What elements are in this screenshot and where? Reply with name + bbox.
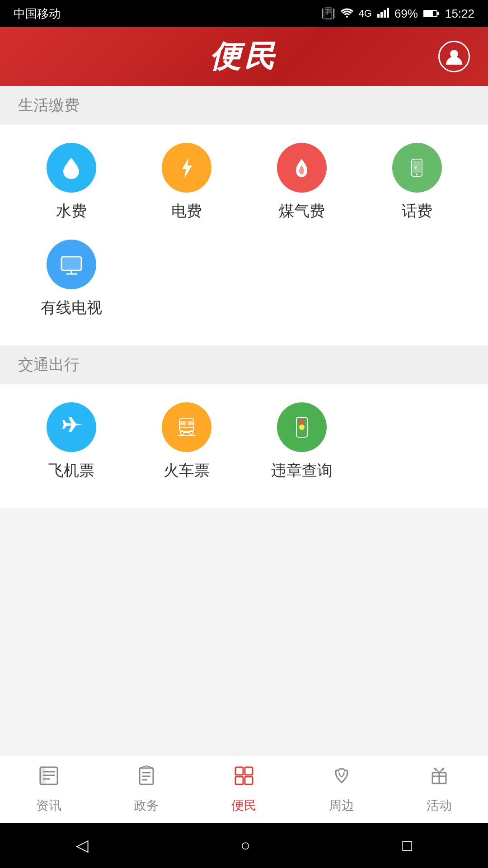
back-button[interactable]: ◁ bbox=[76, 836, 89, 855]
avatar-button[interactable] bbox=[438, 41, 470, 72]
electricity-icon bbox=[162, 143, 211, 193]
life-payment-grid: 水费 电费 煤气费 bbox=[0, 125, 488, 345]
status-icons: 📳 4G 69% 15:22 bbox=[321, 7, 474, 21]
svg-rect-15 bbox=[62, 258, 80, 269]
phone-label: 话费 bbox=[402, 201, 432, 222]
life-payment-row2: 有线电视 bbox=[0, 240, 488, 336]
svg-rect-20 bbox=[188, 421, 193, 425]
battery-label: 69% bbox=[394, 7, 418, 21]
government-icon bbox=[135, 764, 158, 793]
electricity-item[interactable]: 电费 bbox=[129, 143, 244, 222]
svg-rect-1 bbox=[377, 14, 380, 18]
activity-label: 活动 bbox=[427, 797, 452, 814]
svg-marker-9 bbox=[182, 158, 192, 178]
app-title: 便民 bbox=[210, 36, 278, 77]
transportation-row1: 飞机票 火车票 bbox=[0, 402, 488, 499]
convenient-label: 便民 bbox=[231, 797, 257, 814]
news-label: 资讯 bbox=[36, 797, 61, 814]
water-label: 水费 bbox=[56, 201, 87, 222]
train-label: 火车票 bbox=[164, 460, 210, 481]
life-payment-row1: 水费 电费 煤气费 bbox=[0, 143, 488, 240]
news-icon bbox=[38, 764, 60, 793]
transportation-grid: 飞机票 火车票 bbox=[0, 384, 488, 508]
cable-tv-icon bbox=[47, 240, 96, 289]
water-icon bbox=[47, 143, 96, 193]
svg-rect-7 bbox=[437, 12, 439, 15]
4g-label: 4G bbox=[359, 8, 372, 19]
svg-point-12 bbox=[416, 174, 418, 175]
battery-icon bbox=[423, 7, 440, 21]
svg-rect-19 bbox=[180, 421, 186, 425]
svg-point-27 bbox=[299, 419, 305, 425]
svg-rect-42 bbox=[245, 777, 253, 784]
carrier-label: 中国移动 bbox=[14, 6, 61, 22]
nav-nearby[interactable]: 周边 bbox=[329, 764, 354, 814]
electricity-label: 电费 bbox=[171, 201, 202, 222]
cable-tv-label: 有线电视 bbox=[41, 297, 102, 318]
svg-rect-6 bbox=[424, 11, 433, 16]
svg-rect-34 bbox=[40, 767, 45, 784]
train-item[interactable]: 火车票 bbox=[129, 402, 244, 481]
svg-point-28 bbox=[299, 425, 305, 430]
bottom-nav: 资讯 政务 便民 bbox=[0, 755, 488, 823]
phone-item[interactable]: ¥ 话费 bbox=[359, 143, 474, 222]
convenient-icon bbox=[233, 764, 255, 793]
svg-point-29 bbox=[299, 430, 305, 435]
nav-news[interactable]: 资讯 bbox=[36, 764, 61, 814]
flight-label: 飞机票 bbox=[48, 460, 94, 481]
system-nav: ◁ ○ □ bbox=[0, 823, 488, 868]
cable-tv-item[interactable]: 有线电视 bbox=[14, 240, 129, 318]
activity-icon bbox=[428, 764, 450, 793]
home-button[interactable]: ○ bbox=[240, 836, 250, 855]
svg-text:¥: ¥ bbox=[414, 165, 417, 170]
nav-activity[interactable]: 活动 bbox=[427, 764, 452, 814]
gas-item[interactable]: 煤气费 bbox=[244, 143, 359, 222]
water-item[interactable]: 水费 bbox=[14, 143, 129, 222]
gas-label: 煤气费 bbox=[279, 201, 325, 222]
time-label: 15:22 bbox=[445, 7, 474, 21]
violation-item[interactable]: 违章查询 bbox=[244, 402, 359, 481]
signal-icon bbox=[377, 7, 389, 21]
nav-convenient[interactable]: 便民 bbox=[231, 764, 257, 814]
vibrate-icon: 📳 bbox=[321, 7, 335, 21]
svg-rect-41 bbox=[235, 777, 243, 784]
svg-point-0 bbox=[346, 16, 348, 18]
government-label: 政务 bbox=[134, 797, 159, 814]
nearby-icon bbox=[330, 764, 353, 793]
app-header: 便民 bbox=[0, 27, 488, 86]
train-icon bbox=[162, 402, 211, 452]
flight-item[interactable]: 飞机票 bbox=[14, 402, 129, 481]
phone-icon: ¥ bbox=[392, 143, 442, 193]
gas-icon bbox=[277, 143, 327, 193]
violation-icon bbox=[277, 402, 327, 452]
svg-rect-3 bbox=[384, 10, 386, 18]
svg-rect-40 bbox=[245, 767, 253, 775]
life-payment-header: 生活缴费 bbox=[0, 86, 488, 125]
nearby-label: 周边 bbox=[329, 797, 354, 814]
transportation-header: 交通出行 bbox=[0, 345, 488, 384]
nav-government[interactable]: 政务 bbox=[134, 764, 159, 814]
svg-rect-2 bbox=[380, 12, 383, 18]
violation-label: 违章查询 bbox=[271, 460, 333, 481]
wifi-icon bbox=[341, 7, 353, 21]
svg-rect-39 bbox=[235, 767, 243, 775]
status-bar: 中国移动 📳 4G 69% bbox=[0, 0, 488, 27]
flight-icon bbox=[47, 402, 96, 452]
recent-button[interactable]: □ bbox=[402, 836, 412, 855]
svg-rect-4 bbox=[387, 8, 389, 18]
